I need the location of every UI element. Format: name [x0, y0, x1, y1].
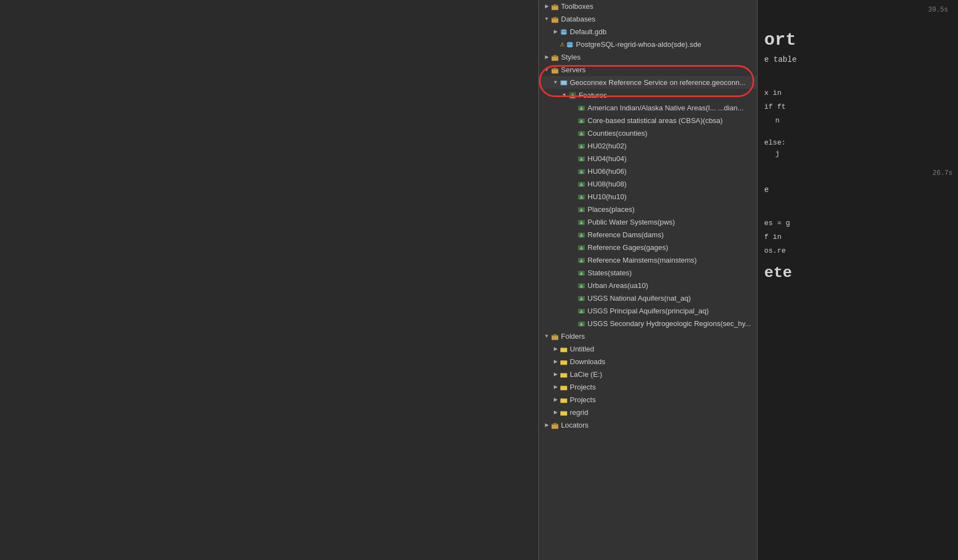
code-line-ort: ort [764, 35, 952, 49]
tree-item-sec-hy[interactable]: USGS Secondary Hydrogeologic Regions(sec… [539, 317, 757, 330]
expand-lacie[interactable] [552, 371, 559, 378]
code-line-xin: x in [764, 88, 952, 99]
expand-postgresql [552, 41, 559, 48]
principal-aq-label: USGS Principal Aquifers(principal_aq) [587, 306, 709, 316]
no-expand-4 [570, 143, 576, 150]
tree-item-hu10[interactable]: HU10(hu10) [539, 190, 757, 203]
pws-label: Public Water Systems(pws) [587, 217, 675, 227]
expand-locators[interactable] [543, 422, 550, 429]
svg-rect-64 [560, 360, 567, 365]
expand-untitled[interactable] [552, 346, 559, 353]
no-expand-17 [570, 308, 576, 314]
tree-item-mainstems[interactable]: Reference Mainstems(mainstems) [539, 254, 757, 266]
expand-projects-1[interactable] [552, 384, 559, 391]
tree-item-cbsa[interactable]: Core-based statistical areas (CBSA)(cbsa… [539, 114, 757, 127]
projects1-folder-icon [560, 383, 568, 391]
downloads-folder-icon [560, 358, 568, 366]
tree-item-geoconnex[interactable]: Geoconnex Reference Service on reference… [539, 76, 757, 89]
expand-regrid[interactable] [552, 409, 559, 416]
no-expand-1 [570, 105, 576, 111]
hu10-label: HU10(hu10) [587, 191, 627, 202]
tree-item-places[interactable]: Places(places) [539, 203, 757, 216]
tree-item-lacie[interactable]: LaCie (E:) [539, 368, 757, 381]
svg-rect-62 [552, 335, 558, 336]
tree-item-counties[interactable]: Counties(counties) [539, 127, 757, 140]
cbsa-label: Core-based statistical areas (CBSA)(cbsa… [587, 115, 723, 126]
feature-class-icon-11 [578, 231, 585, 239]
dams-label: Reference Dams(dams) [587, 230, 664, 240]
geoconnex-label: Geoconnex Reference Service on reference… [570, 77, 745, 88]
code-else: else: [764, 138, 786, 147]
svg-rect-5 [552, 18, 558, 19]
expand-styles[interactable] [543, 54, 550, 61]
lacie-folder-icon [560, 371, 568, 378]
left-panel [0, 0, 538, 560]
tree-item-projects-2[interactable]: Projects [539, 393, 757, 406]
tree-item-styles[interactable]: Styles [539, 51, 757, 63]
tree-item-locators[interactable]: Locators [539, 419, 757, 431]
expand-toolboxes[interactable] [543, 3, 550, 10]
tree-item-hu08[interactable]: HU08(hu08) [539, 178, 757, 190]
sec-hy-label: USGS Secondary Hydrogeologic Regions(sec… [587, 318, 751, 329]
tree-item-features[interactable]: Features [539, 89, 757, 102]
tree-item-folders[interactable]: Folders [539, 330, 757, 343]
tree-item-american-indian[interactable]: American Indian/Alaska Native Areas(I...… [539, 102, 757, 114]
expand-downloads[interactable] [552, 359, 559, 365]
hu02-label: HU02(hu02) [587, 141, 627, 151]
urban-areas-label: Urban Areas(ua10) [587, 280, 648, 291]
tree-item-nat-aq[interactable]: USGS National Aquifers(nat_aq) [539, 292, 757, 305]
expand-projects-2[interactable] [552, 397, 559, 403]
catalog-panel[interactable]: Toolboxes Databases Default.gdb ⚠ Postgr… [539, 0, 757, 560]
tree-item-default-gdb[interactable]: Default.gdb [539, 25, 757, 38]
svg-rect-2 [552, 5, 558, 6]
feature-class-icon-6 [578, 168, 585, 175]
code-line-esg: es = g [764, 218, 952, 229]
expand-databases[interactable] [543, 16, 550, 23]
svg-point-8 [561, 32, 567, 34]
tree-item-hu04[interactable]: HU04(hu04) [539, 152, 757, 165]
postgresql-label: PostgreSQL-regrid-whoa-aldo(sde).sde [576, 39, 701, 50]
databases-icon [551, 15, 559, 23]
tree-item-toolboxes[interactable]: Toolboxes [539, 0, 757, 13]
lacie-label: LaCie (E:) [570, 369, 602, 380]
tree-item-regrid[interactable]: regrid [539, 406, 757, 419]
code-ort: ort [764, 30, 796, 50]
code-xin: x in [764, 89, 781, 97]
tree-item-postgresql[interactable]: ⚠ PostgreSQL-regrid-whoa-aldo(sde).sde [539, 38, 757, 51]
no-expand-12 [570, 244, 576, 251]
code-content: 39.5s ort e table x in if ft n else: [758, 0, 958, 285]
feature-class-icon-3 [578, 130, 585, 137]
tree-item-servers[interactable]: Servers [539, 63, 757, 76]
no-expand-10 [570, 219, 576, 226]
no-expand-8 [570, 194, 576, 200]
expand-folders[interactable] [543, 333, 550, 340]
tree-item-hu02[interactable]: HU02(hu02) [539, 140, 757, 152]
tree-item-principal-aq[interactable]: USGS Principal Aquifers(principal_aq) [539, 305, 757, 317]
tree-item-gages[interactable]: Reference Gages(gages) [539, 241, 757, 254]
features-icon [569, 92, 576, 99]
folders-icon [551, 333, 559, 340]
default-gdb-icon [560, 28, 568, 36]
tree-item-downloads[interactable]: Downloads [539, 355, 757, 368]
code-line-fin: f in [764, 232, 952, 243]
tree-item-states[interactable]: States(states) [539, 266, 757, 279]
code-panel: 39.5s ort e table x in if ft n else: [758, 0, 958, 560]
expand-servers[interactable] [543, 67, 550, 73]
tree-item-hu06[interactable]: HU06(hu06) [539, 165, 757, 178]
feature-class-icon-10 [578, 218, 585, 226]
svg-rect-65 [560, 373, 567, 377]
code-block-else: else: j [764, 137, 952, 159]
feature-class-icon-4 [578, 142, 585, 150]
tree-item-databases[interactable]: Databases [539, 13, 757, 25]
expand-geoconnex[interactable] [552, 79, 559, 86]
places-label: Places(places) [587, 204, 634, 215]
tree-item-projects-1[interactable]: Projects [539, 381, 757, 393]
tree-item-dams[interactable]: Reference Dams(dams) [539, 228, 757, 241]
tree-item-urban-areas[interactable]: Urban Areas(ua10) [539, 279, 757, 292]
tree-item-untitled[interactable]: Untitled [539, 343, 757, 355]
expand-default-gdb[interactable] [552, 29, 559, 35]
servers-label: Servers [561, 65, 586, 75]
tree-item-pws[interactable]: Public Water Systems(pws) [539, 216, 757, 228]
time-badge-1: 39.5s [928, 4, 948, 15]
expand-features[interactable] [561, 92, 568, 99]
